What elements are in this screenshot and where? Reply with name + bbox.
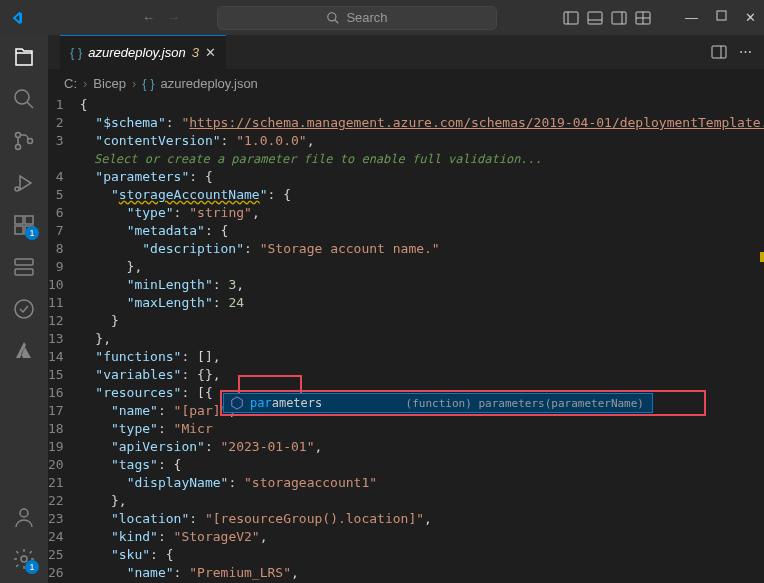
svg-rect-20 xyxy=(712,46,726,58)
overview-ruler-warning xyxy=(760,252,764,262)
tab-azuredeploy[interactable]: { } azuredeploy.json 3 ✕ xyxy=(60,35,226,70)
svg-rect-1 xyxy=(564,12,578,24)
svg-rect-3 xyxy=(612,12,626,24)
svg-point-18 xyxy=(20,509,28,517)
azure-icon[interactable] xyxy=(12,339,36,363)
testing-icon[interactable] xyxy=(12,297,36,321)
search-input[interactable]: Search xyxy=(217,6,497,30)
search-placeholder: Search xyxy=(346,10,387,25)
extensions-icon[interactable]: 1 xyxy=(12,213,36,237)
code-editor[interactable]: 1234567891011121314151617181920212223242… xyxy=(48,96,764,583)
settings-icon[interactable]: 1 xyxy=(12,547,36,571)
explorer-icon[interactable] xyxy=(12,45,36,69)
svg-point-7 xyxy=(16,133,21,138)
run-debug-icon[interactable] xyxy=(12,171,36,195)
breadcrumb-segment[interactable]: azuredeploy.json xyxy=(161,76,258,91)
accounts-icon[interactable] xyxy=(12,505,36,529)
search-icon[interactable] xyxy=(12,87,36,111)
svg-rect-16 xyxy=(15,269,33,275)
tab-close-icon[interactable]: ✕ xyxy=(205,45,216,60)
svg-rect-11 xyxy=(15,216,23,224)
activity-bar: 1 1 xyxy=(0,35,48,583)
breadcrumb-segment[interactable]: C: xyxy=(64,76,77,91)
close-icon[interactable]: ✕ xyxy=(745,10,756,25)
server-icon[interactable] xyxy=(12,255,36,279)
method-icon xyxy=(230,396,244,410)
svg-rect-5 xyxy=(717,11,726,20)
tab-filename: azuredeploy.json xyxy=(88,45,185,60)
svg-rect-12 xyxy=(15,226,23,234)
source-control-icon[interactable] xyxy=(12,129,36,153)
svg-point-9 xyxy=(28,139,33,144)
svg-point-6 xyxy=(15,90,29,104)
svg-rect-2 xyxy=(588,12,602,24)
svg-rect-15 xyxy=(15,259,33,265)
json-file-icon: { } xyxy=(142,76,154,91)
svg-point-17 xyxy=(15,300,33,318)
nav-forward-icon[interactable]: → xyxy=(167,10,180,25)
svg-rect-14 xyxy=(25,216,33,224)
autocomplete-rest: ameters xyxy=(272,396,323,410)
titlebar: ← → Search — ✕ xyxy=(0,0,764,35)
minimize-icon[interactable]: — xyxy=(685,10,698,25)
tab-problems-badge: 3 xyxy=(192,45,199,60)
maximize-icon[interactable] xyxy=(716,10,727,25)
tabs: { } azuredeploy.json 3 ✕ ⋯ xyxy=(48,35,764,70)
autocomplete-match: par xyxy=(250,396,272,410)
layout-bottom-icon[interactable] xyxy=(587,10,603,26)
breadcrumbs[interactable]: C: › Bicep › { } azuredeploy.json xyxy=(48,70,764,96)
nav-back-icon[interactable]: ← xyxy=(142,10,155,25)
svg-point-8 xyxy=(16,145,21,150)
autocomplete-hint: (function) parameters(parameterName) xyxy=(406,397,644,410)
layout-right-icon[interactable] xyxy=(611,10,627,26)
more-actions-icon[interactable]: ⋯ xyxy=(739,44,752,60)
json-file-icon: { } xyxy=(70,45,82,60)
svg-point-0 xyxy=(328,12,336,20)
split-editor-icon[interactable] xyxy=(711,44,727,60)
autocomplete-popup[interactable]: parameters (function) parameters(paramet… xyxy=(223,393,653,413)
vscode-logo-icon xyxy=(8,10,24,26)
breadcrumb-segment[interactable]: Bicep xyxy=(93,76,126,91)
layout-grid-icon[interactable] xyxy=(635,10,651,26)
layout-left-icon[interactable] xyxy=(563,10,579,26)
svg-point-10 xyxy=(15,187,19,191)
